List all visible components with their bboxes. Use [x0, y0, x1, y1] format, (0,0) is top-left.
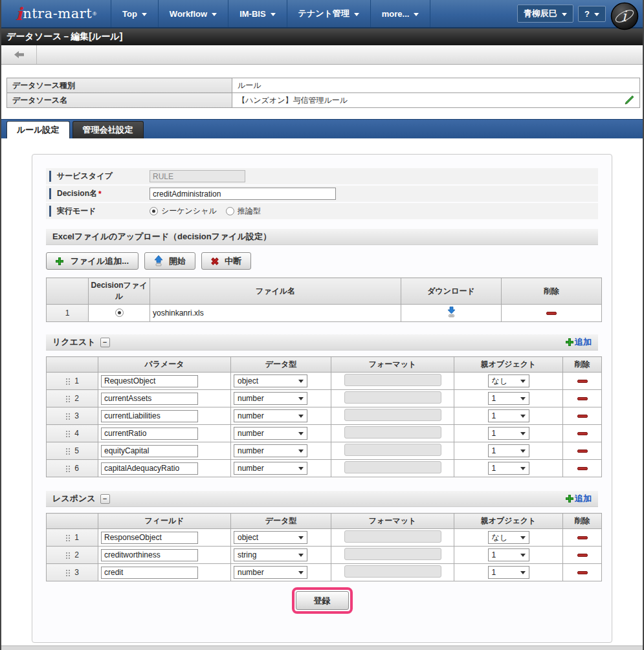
excel-upload-section-header: Excelファイルのアップロード（decisionファイル設定） — [46, 229, 598, 245]
drag-handle[interactable] — [65, 552, 70, 559]
param-input[interactable] — [101, 410, 198, 422]
param-input[interactable] — [101, 393, 198, 405]
drag-handle[interactable] — [65, 465, 70, 472]
delete-row-button[interactable] — [577, 432, 588, 435]
file-table-row: 1 yoshinkanri.xls — [47, 305, 602, 322]
start-upload-button[interactable]: 開始 — [144, 252, 195, 270]
datasource-type-label: データソース種別 — [7, 78, 232, 93]
parent-select[interactable]: 1 — [488, 409, 529, 422]
datasource-summary-table: データソース種別 ルール データソース名 【ハンズオン】与信管理ルール — [6, 78, 640, 108]
intra-mart-logo[interactable]: intra-mart® — [1, 0, 111, 27]
delete-row-button[interactable] — [577, 415, 588, 418]
drag-handle[interactable] — [65, 448, 70, 455]
delete-row-button[interactable] — [577, 467, 588, 470]
register-button[interactable]: 登録 — [296, 591, 349, 610]
type-select[interactable]: number — [234, 409, 307, 422]
drag-handle[interactable] — [65, 534, 70, 541]
parent-select[interactable]: 1 — [488, 462, 529, 475]
type-select[interactable]: number — [234, 427, 307, 440]
delete-row-button[interactable] — [577, 536, 588, 539]
param-input[interactable] — [101, 445, 198, 457]
row-number: 4 — [74, 429, 79, 438]
nav-menu-tenant-admin[interactable]: テナント管理 — [287, 0, 371, 27]
response-collapse-button[interactable]: − — [100, 494, 110, 504]
request-table-header-row: パラメータ データ型 フォーマット 親オブジェクト 削除 — [47, 357, 602, 373]
nav-right-group: 青柳辰巳 ? i — [517, 0, 643, 27]
response-row: 1 object なし — [47, 529, 602, 547]
parent-select[interactable]: 1 — [488, 548, 529, 561]
delete-row-button[interactable] — [577, 554, 588, 557]
chevron-down-icon — [212, 13, 217, 16]
nav-menu-im-bis-label: IM-BIS — [239, 9, 265, 19]
download-icon[interactable] — [447, 307, 456, 318]
user-name: 青柳辰巳 — [524, 8, 557, 19]
drag-handle[interactable] — [65, 395, 70, 402]
parent-select[interactable]: 1 — [488, 444, 529, 457]
nav-menu-more[interactable]: more... — [371, 0, 431, 27]
parent-select[interactable]: 1 — [488, 427, 529, 440]
add-file-button[interactable]: ファイル追加... — [46, 252, 139, 270]
param-input[interactable] — [101, 375, 198, 387]
request-add-link[interactable]: 追加 — [566, 336, 592, 348]
format-input-disabled — [344, 409, 441, 421]
response-add-link[interactable]: 追加 — [566, 493, 592, 504]
type-select[interactable]: number — [234, 462, 307, 475]
drag-handle[interactable] — [65, 430, 70, 437]
select-arrow-icon — [520, 571, 526, 574]
chevron-down-icon — [562, 13, 567, 16]
field-input[interactable] — [101, 549, 198, 561]
nav-menu-top[interactable]: Top — [111, 0, 159, 27]
drag-handle[interactable] — [65, 569, 70, 576]
form-row-exec-mode: 実行モード シーケンシャル 推論型 — [46, 203, 598, 219]
decision-file-radio[interactable] — [115, 309, 124, 317]
edit-pencil-icon[interactable] — [623, 95, 634, 106]
param-input[interactable] — [101, 428, 198, 440]
format-input-disabled — [344, 548, 441, 560]
parent-select[interactable]: 1 — [488, 392, 529, 405]
select-arrow-icon — [520, 450, 526, 453]
exec-mode-inference-radio[interactable] — [226, 207, 234, 215]
decision-name-input[interactable] — [150, 188, 336, 200]
user-menu-button[interactable]: 青柳辰巳 — [517, 5, 573, 23]
drag-handle[interactable] — [65, 378, 70, 385]
nav-menu-im-bis[interactable]: IM-BIS — [228, 0, 287, 27]
type-select[interactable]: number — [234, 444, 307, 457]
parent-select[interactable]: なし — [488, 531, 529, 544]
tab-admin-company-settings[interactable]: 管理会社設定 — [72, 121, 144, 138]
parent-select[interactable]: 1 — [488, 566, 529, 579]
select-arrow-icon — [298, 415, 304, 418]
field-input[interactable] — [101, 532, 198, 544]
delete-row-button[interactable] — [577, 397, 588, 400]
request-row: 6 number 1 — [47, 460, 602, 477]
accent-bar — [49, 188, 51, 199]
drag-handle[interactable] — [65, 413, 70, 420]
top-navigation: intra-mart® Top Workflow IM-BIS テナント管理 m… — [1, 0, 643, 28]
format-input-disabled — [344, 530, 441, 543]
nav-menu-workflow[interactable]: Workflow — [159, 0, 228, 27]
help-menu-button[interactable]: ? — [578, 6, 606, 22]
delete-row-button[interactable] — [577, 450, 588, 453]
row-number: 3 — [74, 411, 79, 420]
tab-rule-settings[interactable]: ルール設定 — [6, 121, 70, 138]
type-select[interactable]: number — [234, 566, 307, 579]
delete-row-button[interactable] — [577, 571, 588, 574]
nav-menu-top-label: Top — [122, 9, 137, 19]
type-select[interactable]: object — [234, 531, 307, 544]
request-collapse-button[interactable]: − — [100, 338, 110, 347]
type-select[interactable]: number — [234, 392, 307, 405]
param-input[interactable] — [101, 462, 198, 475]
request-col-format-header: フォーマット — [331, 357, 454, 373]
plus-icon — [56, 257, 63, 265]
abort-upload-button[interactable]: 中断 — [201, 252, 251, 270]
file-row-index: 1 — [47, 305, 89, 322]
field-input[interactable] — [101, 567, 198, 579]
exec-mode-sequential-radio[interactable] — [150, 207, 158, 215]
select-arrow-icon — [298, 536, 304, 539]
parent-select[interactable]: なし — [488, 374, 529, 387]
delete-row-button[interactable] — [577, 380, 588, 383]
delete-file-button[interactable] — [546, 312, 557, 315]
chevron-down-icon — [594, 13, 599, 16]
type-select[interactable]: object — [234, 374, 307, 387]
type-select[interactable]: string — [234, 548, 307, 561]
back-button[interactable] — [1, 45, 37, 64]
